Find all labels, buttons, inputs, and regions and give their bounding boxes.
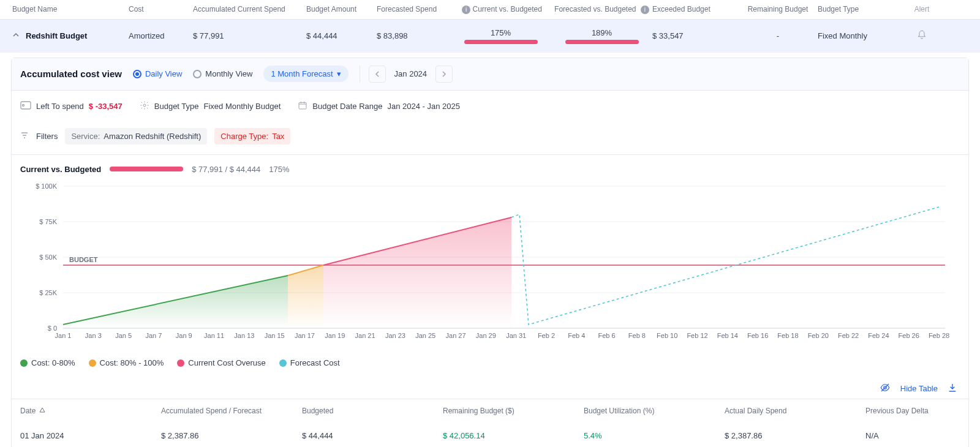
panel-title: Accumulated cost view [20, 69, 122, 79]
svg-text:Jan 7: Jan 7 [145, 332, 162, 339]
svg-text:Feb 28: Feb 28 [929, 332, 949, 339]
col-remaining: Remaining Budget [738, 5, 818, 14]
caret-down-icon: ▾ [337, 69, 341, 78]
eye-off-icon[interactable] [880, 382, 891, 395]
chart-legend: Cost: 0-80% Cost: 80% - 100% Current Cos… [12, 351, 968, 378]
budget-type-value: Fixed Monthly [818, 31, 903, 40]
svg-rect-3 [299, 102, 306, 109]
cost-value: Amortized [129, 31, 193, 40]
dcell-budgeted: $ 44,444 [302, 431, 443, 440]
dcell-actual: $ 2,387.86 [725, 431, 865, 440]
col-budget-type: Budget Type [818, 5, 903, 14]
dcell-remaining: $ 42,056.14 [443, 431, 584, 440]
budget-table-header: Budget Name Cost Accumulated Current Spe… [0, 0, 980, 19]
dcol-delta[interactable]: Previous Day Delta [865, 407, 951, 415]
svg-text:Feb 4: Feb 4 [568, 332, 585, 339]
svg-text:$ 0: $ 0 [48, 325, 57, 332]
dcell-date: 01 Jan 2024 [20, 431, 161, 440]
svg-text:Jan 31: Jan 31 [506, 332, 526, 339]
meta-row: Left To spend $ -33,547 Budget Type Fixe… [12, 91, 968, 122]
col-budget-name: Budget Name [12, 5, 129, 14]
svg-text:Feb 6: Feb 6 [598, 332, 616, 339]
filter-chip-charge-type[interactable]: Charge Type: Tax [214, 128, 290, 145]
budget-amount-value: $ 44,444 [306, 31, 377, 40]
svg-text:Feb 20: Feb 20 [808, 332, 829, 339]
budget-date-range-value: Jan 2024 - Jan 2025 [387, 102, 460, 111]
exceeded-value: $ 33,547 [652, 31, 738, 40]
dcell-acc: $ 2,387.86 [161, 431, 302, 440]
dcol-utilization[interactable]: Budget Utilization (%) [584, 407, 725, 415]
svg-text:Jan 29: Jan 29 [476, 332, 496, 339]
forecast-dropdown[interactable]: 1 Month Forecast ▾ [263, 66, 348, 82]
svg-text:$ 75K: $ 75K [39, 218, 57, 225]
left-to-spend-label: Left To spend [36, 102, 84, 111]
svg-text:Jan 3: Jan 3 [85, 332, 102, 339]
svg-text:Jan 5: Jan 5 [115, 332, 132, 339]
period-label: Jan 2024 [388, 69, 434, 78]
fvb-bar [565, 40, 639, 44]
svg-text:Feb 24: Feb 24 [868, 332, 889, 339]
dcol-budgeted[interactable]: Budgeted [302, 407, 443, 415]
left-to-spend-value: $ -33,547 [89, 102, 123, 111]
dcell-util: 5.4% [584, 431, 725, 440]
svg-text:BUDGET: BUDGET [69, 256, 98, 263]
dcol-remaining[interactable]: Remaining Budget ($) [443, 407, 584, 415]
cvb-summary-bar [110, 167, 183, 171]
accumulated-value: $ 77,991 [193, 31, 306, 40]
svg-text:Jan 27: Jan 27 [446, 332, 466, 339]
dcol-actual[interactable]: Actual Daily Spend [725, 407, 865, 415]
accumulated-cost-panel: Accumulated cost view Daily View Monthly… [11, 58, 969, 448]
filters-row: Filters Service: Amazon Redshift (Redshi… [12, 122, 968, 155]
panel-header: Accumulated cost view Daily View Monthly… [12, 58, 968, 91]
chevron-up-icon[interactable] [12, 31, 20, 40]
filter-icon [20, 131, 29, 141]
svg-point-1 [23, 104, 24, 106]
svg-text:Jan 23: Jan 23 [385, 332, 405, 339]
dcol-accumulated[interactable]: Accumulated Spend / Forecast [161, 407, 302, 415]
info-icon[interactable]: i [462, 6, 470, 14]
detail-table-header: Date Accumulated Spend / Forecast Budget… [12, 399, 968, 423]
cvb-percent: 175% [450, 28, 551, 37]
svg-text:$ 50K: $ 50K [39, 254, 57, 261]
prev-period-button[interactable] [369, 66, 386, 83]
budget-row-redshift[interactable]: Redshift Budget Amortized $ 77,991 $ 44,… [0, 19, 980, 53]
cvb-cell: 175% [450, 28, 551, 44]
info-icon[interactable]: i [641, 6, 649, 14]
legend-item-orange: Cost: 80% - 100% [89, 358, 164, 367]
budget-name: Redshift Budget [26, 31, 87, 40]
svg-text:Jan 13: Jan 13 [234, 332, 254, 339]
svg-text:Feb 16: Feb 16 [747, 332, 768, 339]
col-forecasted: Forecasted Spend [377, 5, 450, 14]
svg-text:Jan 9: Jan 9 [176, 332, 192, 339]
sort-asc-icon [39, 407, 45, 415]
daily-view-radio[interactable]: Daily View [133, 69, 182, 78]
col-cost: Cost [129, 5, 193, 14]
svg-text:Jan 21: Jan 21 [355, 332, 375, 339]
svg-text:Jan 17: Jan 17 [295, 332, 315, 339]
svg-text:Jan 11: Jan 11 [204, 332, 224, 339]
svg-text:Jan 15: Jan 15 [265, 332, 285, 339]
svg-text:Jan 1: Jan 1 [55, 332, 72, 339]
calendar-icon [298, 100, 307, 112]
remaining-value: - [738, 31, 818, 40]
col-current-vs-budgeted: i Current vs. Budgeted [450, 5, 551, 14]
filter-chip-service[interactable]: Service: Amazon Redshift (Redshift) [65, 128, 207, 145]
next-period-button[interactable] [435, 66, 453, 83]
dcol-date[interactable]: Date [20, 407, 161, 415]
svg-text:Feb 26: Feb 26 [899, 332, 919, 339]
col-forecasted-vs-budgeted: Forecasted vs. Budgeted i [551, 5, 652, 14]
forecasted-value: $ 83,898 [377, 31, 450, 40]
hide-table-button[interactable]: Hide Table [900, 384, 938, 393]
col-alert: Alert [903, 5, 940, 14]
alert-icon[interactable] [903, 30, 940, 42]
col-budget-amount: Budget Amount [306, 5, 377, 14]
budget-date-range-label: Budget Date Range [312, 102, 382, 111]
legend-item-teal: Forecast Cost [279, 358, 340, 367]
download-icon[interactable] [948, 383, 957, 394]
chart-area: $ 100K $ 75K $ 50K $ 25K $ 0 BUDGET [12, 178, 968, 351]
svg-text:Jan 25: Jan 25 [415, 332, 435, 339]
svg-text:Feb 2: Feb 2 [538, 332, 555, 339]
svg-text:Feb 12: Feb 12 [687, 332, 707, 339]
svg-text:Jan 19: Jan 19 [325, 332, 345, 339]
monthly-view-radio[interactable]: Monthly View [193, 69, 252, 78]
